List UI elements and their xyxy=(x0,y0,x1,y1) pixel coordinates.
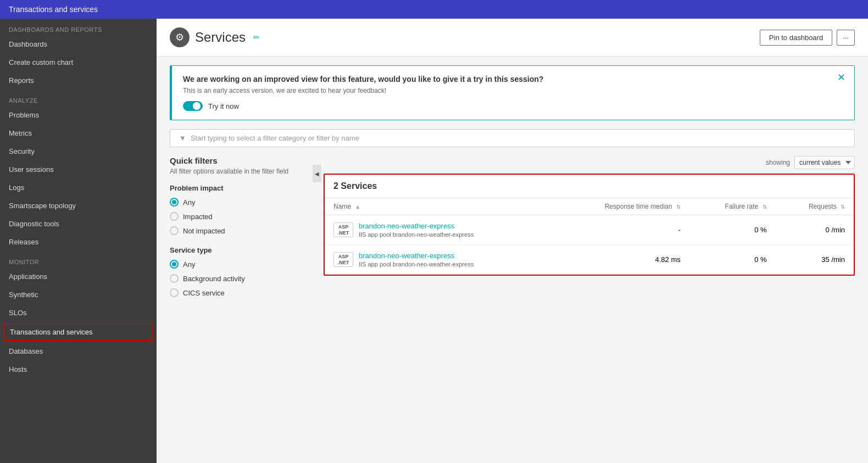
toggle-thumb xyxy=(193,102,201,110)
service-failure-1: 0 % xyxy=(689,215,776,245)
sort-name-icon[interactable]: ▲ xyxy=(355,204,360,210)
col-header-requests: Requests ⇅ xyxy=(776,198,854,215)
banner-subtitle: This is an early access version, we are … xyxy=(183,87,843,94)
banner-title: We are working on an improved view for t… xyxy=(183,75,843,83)
col-header-failure-rate: Failure rate ⇅ xyxy=(689,198,776,215)
radio-any-circle xyxy=(170,198,179,207)
collapse-arrow[interactable]: ◀ xyxy=(313,156,321,308)
page-header: ⚙ Services ✏ Pin to dashboard ··· xyxy=(157,19,868,57)
showing-row: showing current values last hour last 2 … xyxy=(324,156,855,169)
showing-label: showing xyxy=(766,159,790,166)
sidebar-item-user-sessions[interactable]: User sessions xyxy=(0,160,157,178)
collapse-button[interactable]: ◀ xyxy=(313,165,321,182)
toggle-track[interactable] xyxy=(183,101,203,111)
sidebar-item-releases[interactable]: Releases xyxy=(0,233,157,251)
radio-impacted-circle xyxy=(170,212,179,221)
radio-impacted-label: Impacted xyxy=(183,213,212,221)
sidebar-item-smartscape[interactable]: Smartscape topology xyxy=(0,197,157,215)
services-panel: 2 Services Name ▲ Response time median xyxy=(324,174,855,276)
sidebar-item-security[interactable]: Security xyxy=(0,142,157,160)
gear-icon: ⚙ xyxy=(170,27,190,47)
sidebar-section-analyze: Analyze xyxy=(0,90,157,106)
filter-placeholder: Start typing to select a filter category… xyxy=(191,134,359,142)
sidebar-item-transactions-services[interactable]: Transactions and services xyxy=(3,323,153,341)
main-content: ⚙ Services ✏ Pin to dashboard ··· We are… xyxy=(157,19,868,463)
pin-to-dashboard-button[interactable]: Pin to dashboard xyxy=(760,30,832,46)
services-area: showing current values last hour last 2 … xyxy=(324,156,855,308)
sidebar-item-create-custom-chart[interactable]: Create custom chart xyxy=(0,53,157,71)
sort-response-icon[interactable]: ⇅ xyxy=(676,204,681,210)
service-name-cell-1: ASP.NET brandon-neo-weather-express IIS … xyxy=(325,215,554,245)
table-row: ASP.NET brandon-neo-weather-express IIS … xyxy=(325,245,854,275)
services-panel-header: 2 Services xyxy=(325,175,854,198)
radio-stype-any-label: Any xyxy=(183,260,195,269)
service-type-filter: Service type Any Background activity CIC… xyxy=(170,246,304,297)
sort-requests-icon[interactable]: ⇅ xyxy=(841,204,845,210)
sidebar-item-reports[interactable]: Reports xyxy=(0,71,157,90)
edit-icon[interactable]: ✏ xyxy=(253,33,260,42)
service-name-cell-2: ASP.NET brandon-neo-weather-express IIS … xyxy=(325,245,554,275)
sidebar-section-monitor: Monitor xyxy=(0,251,157,267)
service-link-2[interactable]: brandon-neo-weather-express xyxy=(359,252,474,260)
page-title-area: ⚙ Services ✏ xyxy=(170,27,260,47)
service-type-label: Service type xyxy=(170,246,304,254)
service-response-2: 4.82 ms xyxy=(554,245,689,275)
sort-failure-icon[interactable]: ⇅ xyxy=(763,204,767,210)
service-type-cics[interactable]: CICS service xyxy=(170,288,304,297)
radio-not-impacted-circle xyxy=(170,226,179,235)
content-row: Quick filters All filter options availab… xyxy=(157,156,868,308)
feature-banner: We are working on an improved view for t… xyxy=(170,65,855,120)
filter-icon: ▼ xyxy=(179,134,186,142)
banner-close-button[interactable]: ✕ xyxy=(837,72,845,82)
sidebar-item-applications[interactable]: Applications xyxy=(0,267,157,286)
radio-stype-cics-label: CICS service xyxy=(183,289,225,297)
col-header-response-time: Response time median ⇅ xyxy=(554,198,689,215)
problem-impact-any[interactable]: Any xyxy=(170,198,304,207)
quick-filters-panel: Quick filters All filter options availab… xyxy=(170,156,313,308)
sidebar-item-slos[interactable]: SLOs xyxy=(0,304,157,322)
radio-stype-background-label: Background activity xyxy=(183,275,245,283)
problem-impact-not-impacted[interactable]: Not impacted xyxy=(170,226,304,235)
sidebar-item-logs[interactable]: Logs xyxy=(0,178,157,197)
radio-any-label: Any xyxy=(183,198,195,207)
service-requests-1: 0 /min xyxy=(776,215,854,245)
try-it-now-label: Try it now xyxy=(208,102,239,110)
filter-bar[interactable]: ▼ Start typing to select a filter catego… xyxy=(170,129,855,147)
radio-stype-cics-circle xyxy=(170,288,179,297)
service-pool-1: IIS app pool brandon-neo-weather-express xyxy=(359,231,474,238)
sidebar-section-dashboards: Dashboards and reports xyxy=(0,19,157,35)
aspnet-badge-2: ASP.NET xyxy=(333,252,353,267)
sidebar-item-synthetic[interactable]: Synthetic xyxy=(0,286,157,304)
service-type-any[interactable]: Any xyxy=(170,260,304,269)
service-requests-2: 35 /min xyxy=(776,245,854,275)
sidebar-item-problems[interactable]: Problems xyxy=(0,106,157,124)
more-options-button[interactable]: ··· xyxy=(837,30,855,46)
radio-not-impacted-label: Not impacted xyxy=(183,227,225,235)
quick-filters-title: Quick filters xyxy=(170,156,304,165)
try-it-now-toggle[interactable] xyxy=(183,101,203,111)
showing-select[interactable]: current values last hour last 2 hours la… xyxy=(794,156,855,169)
service-info-2: brandon-neo-weather-express IIS app pool… xyxy=(359,252,474,267)
try-it-now-row: Try it now xyxy=(183,101,843,111)
service-info-1: brandon-neo-weather-express IIS app pool… xyxy=(359,222,474,238)
service-response-1: - xyxy=(554,215,689,245)
sidebar-item-dashboards[interactable]: Dashboards xyxy=(0,35,157,53)
col-header-name: Name ▲ xyxy=(325,198,554,215)
service-link-1[interactable]: brandon-neo-weather-express xyxy=(359,222,474,230)
header-actions: Pin to dashboard ··· xyxy=(760,30,855,46)
quick-filters-subtitle: All filter options available in the filt… xyxy=(170,168,304,175)
service-type-background[interactable]: Background activity xyxy=(170,274,304,283)
top-bar: Transactions and services xyxy=(0,0,868,19)
sidebar-item-diagnostic-tools[interactable]: Diagnostic tools xyxy=(0,215,157,233)
aspnet-badge-1: ASP.NET xyxy=(333,222,353,238)
page-title: Services xyxy=(195,30,246,45)
service-pool-2: IIS app pool brandon-neo-weather-express xyxy=(359,261,474,267)
sidebar-item-metrics[interactable]: Metrics xyxy=(0,124,157,142)
sidebar-item-databases[interactable]: Databases xyxy=(0,342,157,360)
radio-stype-background-circle xyxy=(170,274,179,283)
radio-stype-any-circle xyxy=(170,260,179,269)
problem-impact-impacted[interactable]: Impacted xyxy=(170,212,304,221)
sidebar-item-hosts[interactable]: Hosts xyxy=(0,360,157,378)
services-count: 2 Services xyxy=(333,181,377,191)
sidebar: Dashboards and reports Dashboards Create… xyxy=(0,19,157,463)
